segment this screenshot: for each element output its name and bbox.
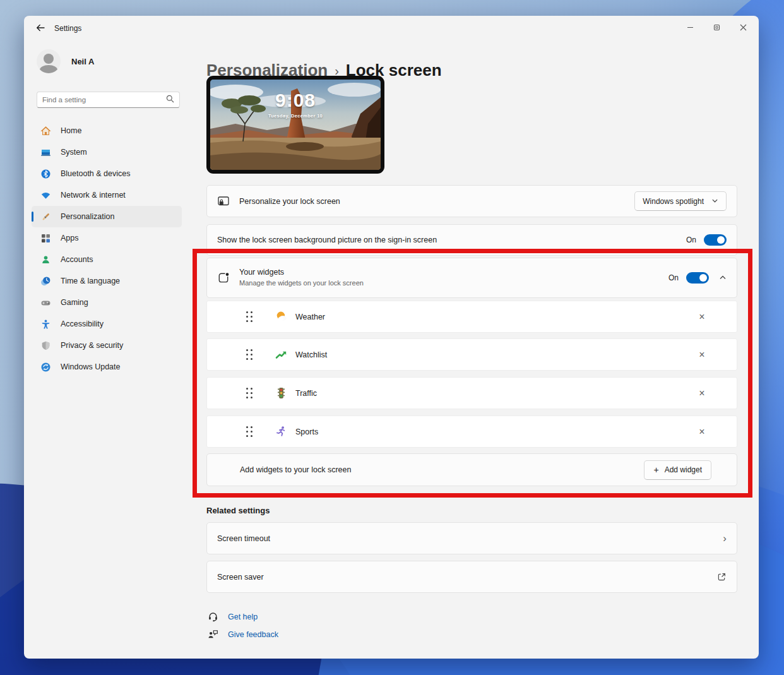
update-icon — [40, 361, 51, 373]
home-icon — [40, 125, 51, 136]
paintbrush-icon — [40, 211, 51, 222]
get-help-label: Get help — [228, 612, 258, 621]
give-feedback-link[interactable]: Give feedback — [208, 629, 278, 640]
sidebar-item-gaming[interactable]: Gaming — [32, 292, 182, 313]
bluetooth-icon — [40, 168, 51, 179]
search-icon — [166, 94, 174, 105]
lock-screen-clock: 9:08 Tuesday, December 10 — [210, 90, 381, 119]
sidebar-item-label: Privacy & security — [61, 341, 123, 350]
sidebar-item-time-language[interactable]: Time & language — [32, 270, 182, 292]
sidebar-item-bluetooth-devices[interactable]: Bluetooth & devices — [32, 163, 182, 184]
sidebar-item-system[interactable]: System — [32, 141, 182, 163]
drag-handle-icon[interactable] — [246, 388, 252, 398]
minimize-icon — [687, 22, 694, 33]
preview-time: 9:08 — [210, 90, 381, 111]
user-name: Neil A — [71, 57, 94, 66]
search-input[interactable] — [42, 96, 166, 104]
sidebar-item-label: Accessibility — [61, 320, 104, 328]
maximize-icon — [713, 22, 720, 33]
widget-row-watchlist: Watchlist × — [206, 338, 737, 371]
accessibility-icon — [40, 318, 51, 330]
lock-screen-preview: 9:08 Tuesday, December 10 — [206, 76, 384, 174]
traffic-light-icon — [275, 387, 287, 400]
personalize-lock-screen-row: Personalize your lock screen Windows spo… — [206, 185, 737, 217]
app-title: Settings — [54, 24, 81, 33]
signin-label: Show the lock screen background picture … — [217, 236, 437, 244]
back-button[interactable] — [32, 22, 49, 36]
minimize-button[interactable] — [677, 18, 703, 37]
widget-row-sports: Sports × — [206, 415, 737, 448]
lock-screen-type-dropdown[interactable]: Windows spotlight — [634, 191, 727, 211]
add-widgets-row: Add widgets to your lock screen + Add wi… — [206, 453, 737, 486]
remove-widget-button[interactable]: × — [695, 348, 709, 362]
get-help-link[interactable]: Get help — [208, 611, 258, 622]
toggle-knob — [717, 236, 725, 244]
close-x-icon: × — [699, 311, 704, 323]
desktop-wallpaper: Settings Neil A Home — [0, 0, 784, 675]
wifi-icon — [40, 189, 51, 201]
drag-handle-icon[interactable] — [246, 311, 252, 322]
related-settings-heading: Related settings — [206, 506, 270, 515]
system-icon — [40, 146, 51, 158]
sidebar-item-label: System — [61, 148, 87, 157]
widget-row-weather: Weather × — [206, 301, 737, 333]
sidebar-nav: Home System Bluetooth & devices Network … — [32, 120, 182, 378]
signin-background-row: Show the lock screen background picture … — [206, 224, 737, 256]
sidebar-item-label: Windows Update — [61, 362, 121, 371]
drag-handle-icon[interactable] — [246, 349, 252, 360]
sidebar-item-network-internet[interactable]: Network & internet — [32, 184, 182, 206]
gamepad-icon — [40, 297, 51, 308]
close-x-icon: × — [699, 426, 704, 438]
sidebar-item-label: Accounts — [61, 255, 93, 264]
screen-timeout-label: Screen timeout — [217, 534, 270, 543]
widgets-subtitle: Manage the widgets on your lock screen — [239, 279, 364, 288]
widget-label: Traffic — [295, 389, 317, 398]
widgets-toggle[interactable] — [686, 272, 709, 284]
signin-toggle[interactable] — [704, 234, 727, 246]
sidebar-item-label: Time & language — [61, 277, 120, 285]
sidebar-item-accounts[interactable]: Accounts — [32, 249, 182, 270]
signin-toggle-state: On — [686, 236, 696, 244]
sidebar-item-privacy-security[interactable]: Privacy & security — [32, 335, 182, 356]
external-link-icon — [717, 572, 727, 582]
close-x-icon: × — [699, 349, 704, 361]
remove-widget-button[interactable]: × — [695, 425, 709, 439]
sidebar-item-label: Home — [61, 126, 81, 135]
user-account[interactable]: Neil A — [37, 49, 94, 73]
watchlist-icon — [275, 349, 287, 361]
dropdown-value: Windows spotlight — [643, 197, 704, 206]
give-feedback-label: Give feedback — [228, 630, 278, 639]
sidebar-item-accessibility[interactable]: Accessibility — [32, 313, 182, 335]
help-headset-icon — [208, 611, 218, 622]
sidebar-item-personalization[interactable]: Personalization — [32, 206, 182, 227]
sidebar-item-home[interactable]: Home — [32, 120, 182, 141]
personalize-label: Personalize your lock screen — [239, 197, 340, 206]
back-arrow-icon — [35, 23, 45, 35]
search-box[interactable] — [37, 92, 180, 108]
shield-icon — [40, 340, 51, 351]
remove-widget-button[interactable]: × — [695, 386, 709, 400]
widget-label: Weather — [295, 313, 325, 321]
screen-timeout-row[interactable]: Screen timeout › — [206, 522, 737, 554]
toggle-knob — [699, 274, 707, 282]
add-widget-button[interactable]: + Add widget — [644, 460, 711, 480]
sidebar-item-label: Personalization — [61, 212, 114, 221]
drag-handle-icon[interactable] — [246, 426, 252, 437]
remove-widget-button[interactable]: × — [695, 310, 709, 324]
person-icon — [40, 254, 51, 265]
widgets-title: Your widgets — [239, 268, 364, 278]
close-icon — [740, 22, 747, 33]
add-widgets-label: Add widgets to your lock screen — [240, 465, 351, 474]
sidebar-item-windows-update[interactable]: Windows Update — [32, 356, 182, 378]
maximize-button[interactable] — [703, 18, 730, 37]
clock-globe-icon — [40, 275, 51, 287]
chevron-up-icon[interactable] — [719, 274, 727, 282]
sidebar-item-apps[interactable]: Apps — [32, 227, 182, 249]
sidebar-item-label: Apps — [61, 234, 79, 242]
settings-window: Settings Neil A Home — [24, 16, 759, 659]
screen-saver-row[interactable]: Screen saver — [206, 561, 737, 593]
close-button[interactable] — [730, 18, 756, 37]
preview-date: Tuesday, December 10 — [210, 113, 381, 119]
your-widgets-header[interactable]: Your widgets Manage the widgets on your … — [206, 258, 737, 298]
weather-icon — [275, 311, 287, 323]
